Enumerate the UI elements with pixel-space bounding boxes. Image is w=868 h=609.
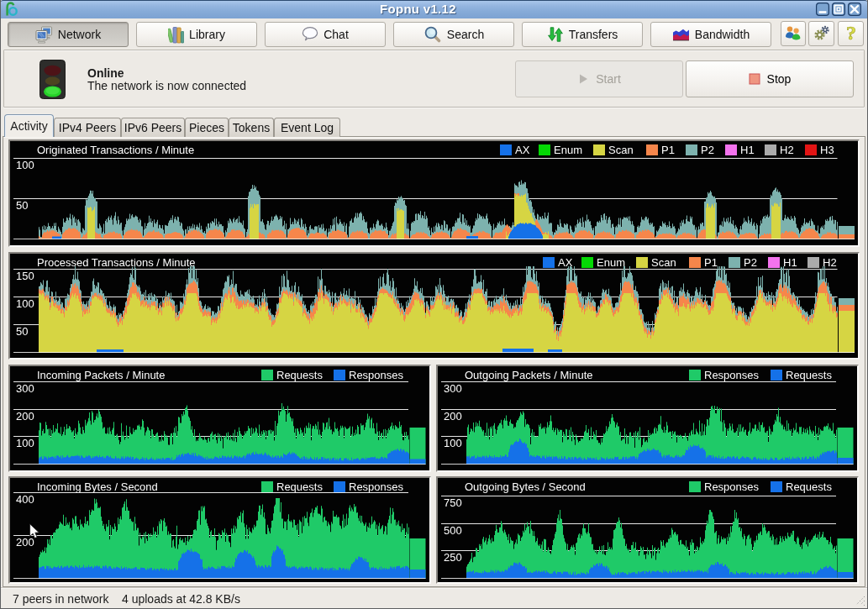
svg-text:500: 500 [444,524,462,537]
svg-text:?: ? [846,24,856,44]
svg-text:Requests: Requests [786,369,832,381]
svg-text:Enum: Enum [597,256,625,269]
svg-text:H2: H2 [780,144,794,156]
svg-text:250: 250 [444,551,462,564]
svg-text:100: 100 [16,437,34,449]
svg-text:Responses: Responses [704,480,760,493]
svg-text:Processed Transactions / Minut: Processed Transactions / Minute [37,256,196,269]
svg-text:Enum: Enum [554,144,582,156]
svg-text:P1: P1 [704,256,718,269]
svg-text:Requests: Requests [786,480,832,493]
svg-text:50: 50 [16,199,28,212]
svg-text:H1: H1 [783,256,797,269]
svg-text:200: 200 [16,410,34,423]
svg-text:H1: H1 [740,144,755,156]
svg-text:150: 150 [16,270,34,282]
svg-text:50: 50 [16,325,28,338]
svg-text:Scan: Scan [608,144,634,156]
svg-text:Requests: Requests [276,369,323,381]
svg-text:Scan: Scan [651,256,676,269]
svg-text:200: 200 [444,410,462,423]
svg-text:100: 100 [444,437,462,449]
svg-text:Outgoing Packets / Minute: Outgoing Packets / Minute [465,369,592,381]
svg-text:Incoming Bytes / Second: Incoming Bytes / Second [37,480,158,493]
svg-text:Responses: Responses [349,369,404,381]
svg-text:100: 100 [16,297,34,310]
svg-text:300: 300 [444,382,462,395]
svg-text:Originated Transactions / Minu: Originated Transactions / Minute [37,144,194,156]
svg-text:Outgoing Bytes / Second: Outgoing Bytes / Second [465,480,586,493]
svg-text:750: 750 [444,496,462,509]
svg-text:Responses: Responses [704,369,760,381]
svg-text:400: 400 [16,493,34,506]
svg-text:P2: P2 [701,144,714,156]
svg-text:P2: P2 [744,256,757,269]
svg-text:Responses: Responses [349,480,404,493]
svg-text:Incoming Packets / Minute: Incoming Packets / Minute [37,369,165,381]
svg-text:100: 100 [16,159,34,171]
svg-text:H3: H3 [820,144,834,156]
svg-text:Requests: Requests [276,480,323,493]
svg-text:P1: P1 [661,144,675,156]
svg-text:AX: AX [515,144,530,156]
svg-text:300: 300 [16,382,34,395]
